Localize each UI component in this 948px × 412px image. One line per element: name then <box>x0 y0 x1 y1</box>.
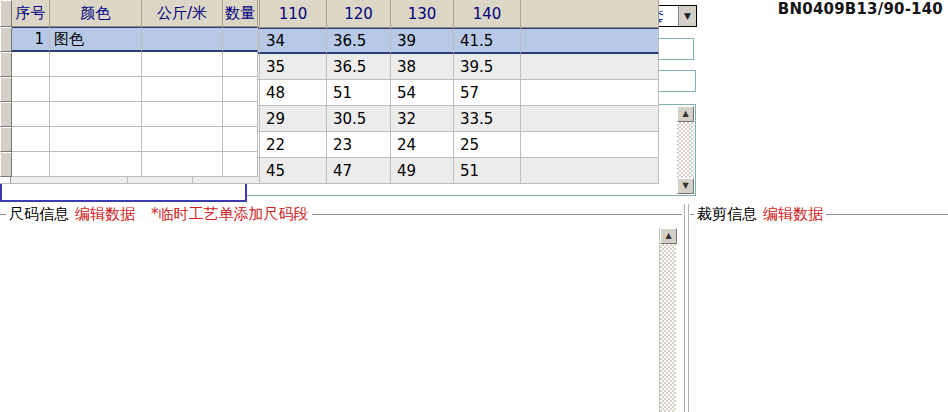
cut-col-header: 公斤/米 <box>142 0 223 27</box>
cut-kg-cell[interactable] <box>142 27 223 52</box>
cut-col-header: 数量 <box>223 0 258 27</box>
size-col-header-filler <box>521 0 659 28</box>
cut-empty-cell[interactable] <box>50 127 142 152</box>
size-cell[interactable]: 36.5 <box>327 54 391 80</box>
cut-empty-cell[interactable] <box>223 127 258 152</box>
row-selector[interactable] <box>0 127 12 152</box>
cut-panel-header: 裁剪信息 编辑数据 <box>690 205 948 223</box>
size-panel-title: 尺码信息 <box>6 205 72 224</box>
cut-empty-cell[interactable] <box>142 127 223 152</box>
size-cell[interactable]: 36.5 <box>327 28 391 54</box>
size-cell[interactable]: 33.5 <box>454 106 521 132</box>
row-selector[interactable] <box>0 77 12 102</box>
size-cell[interactable]: 39 <box>391 28 454 54</box>
cut-edit-data-link[interactable]: 编辑数据 <box>760 205 826 224</box>
cut-empty-cell[interactable] <box>50 52 142 77</box>
cut-color-cell[interactable]: 图色 <box>50 27 142 52</box>
size-cell[interactable]: 49 <box>391 158 454 184</box>
cut-empty-cell[interactable] <box>142 77 223 102</box>
size-cell[interactable]: 51 <box>327 80 391 106</box>
cut-empty-cell[interactable] <box>142 52 223 77</box>
cut-empty-cell[interactable] <box>12 152 50 177</box>
row-selector[interactable] <box>0 52 12 77</box>
panel-divider <box>684 204 685 412</box>
size-cell[interactable]: 35 <box>260 54 327 80</box>
cut-empty-cell[interactable] <box>223 102 258 127</box>
panel-divider <box>688 204 689 412</box>
size-cell[interactable]: 24 <box>391 132 454 158</box>
cut-table: 序号 颜色 公斤/米 数量 1 图色 <box>0 0 258 177</box>
chevron-down-icon[interactable]: ▼ <box>678 6 696 26</box>
size-cell[interactable]: 34 <box>260 28 327 54</box>
size-cell[interactable]: 39.5 <box>454 54 521 80</box>
cut-qty-cell[interactable] <box>223 27 258 52</box>
cut-table-corner <box>0 0 12 27</box>
cut-empty-cell[interactable] <box>50 152 142 177</box>
batch-watermark: BN0409B13/90-140 <box>778 0 943 18</box>
size-cell[interactable]: 54 <box>391 80 454 106</box>
size-cell[interactable]: 29 <box>260 106 327 132</box>
cut-seq-cell[interactable]: 1 <box>12 27 50 52</box>
row-selector[interactable] <box>0 27 12 52</box>
size-cell-filler <box>521 106 659 132</box>
cut-empty-cell[interactable] <box>142 152 223 177</box>
cut-empty-cell[interactable] <box>223 152 258 177</box>
scroll-up-icon[interactable]: ▲ <box>660 228 677 244</box>
size-cell[interactable]: 45 <box>260 158 327 184</box>
row-selector[interactable] <box>0 152 12 177</box>
size-add-range-link[interactable]: *临时工艺单添加尺码段 <box>148 205 312 224</box>
scroll-up-icon[interactable]: ▲ <box>677 106 694 122</box>
size-cell-filler <box>521 28 659 54</box>
size-cell-filler <box>521 54 659 80</box>
size-cell[interactable]: 30.5 <box>327 106 391 132</box>
size-table-scrollbar[interactable]: ▲ <box>659 228 676 412</box>
size-cell[interactable]: 23 <box>327 132 391 158</box>
remarks-scrollbar[interactable]: ▲ ▼ <box>677 106 694 194</box>
size-cell[interactable]: 57 <box>454 80 521 106</box>
size-col-header: 130 <box>391 0 454 28</box>
cut-col-header: 序号 <box>12 0 50 27</box>
size-col-header: 110 <box>260 0 327 28</box>
cut-panel-title: 裁剪信息 <box>694 205 760 224</box>
size-edit-data-link[interactable]: 编辑数据 <box>72 205 138 224</box>
cut-empty-cell[interactable] <box>12 102 50 127</box>
size-cell-filler <box>521 158 659 184</box>
size-cell[interactable]: 22 <box>260 132 327 158</box>
size-cell[interactable]: 38 <box>391 54 454 80</box>
cut-empty-cell[interactable] <box>142 102 223 127</box>
size-cell[interactable]: 51 <box>454 158 521 184</box>
scroll-down-icon[interactable]: ▼ <box>677 178 694 194</box>
size-cell-filler <box>521 132 659 158</box>
size-cell-filler <box>521 80 659 106</box>
size-panel-header: 尺码信息 编辑数据 *临时工艺单添加尺码段 <box>0 205 682 223</box>
size-cell[interactable]: 25 <box>454 132 521 158</box>
size-cell[interactable]: 47 <box>327 158 391 184</box>
cut-empty-cell[interactable] <box>12 127 50 152</box>
cut-empty-cell[interactable] <box>223 77 258 102</box>
size-col-header: 120 <box>327 0 391 28</box>
cut-col-header: 颜色 <box>50 0 142 27</box>
cut-empty-cell[interactable] <box>223 52 258 77</box>
size-cell[interactable]: 48 <box>260 80 327 106</box>
cut-empty-cell[interactable] <box>50 77 142 102</box>
size-col-header: 140 <box>454 0 521 28</box>
size-cell[interactable]: 32 <box>391 106 454 132</box>
row-selector[interactable] <box>0 102 12 127</box>
cut-empty-cell[interactable] <box>50 102 142 127</box>
size-cell[interactable]: 41.5 <box>454 28 521 54</box>
cut-empty-cell[interactable] <box>12 52 50 77</box>
cut-empty-cell[interactable] <box>12 77 50 102</box>
